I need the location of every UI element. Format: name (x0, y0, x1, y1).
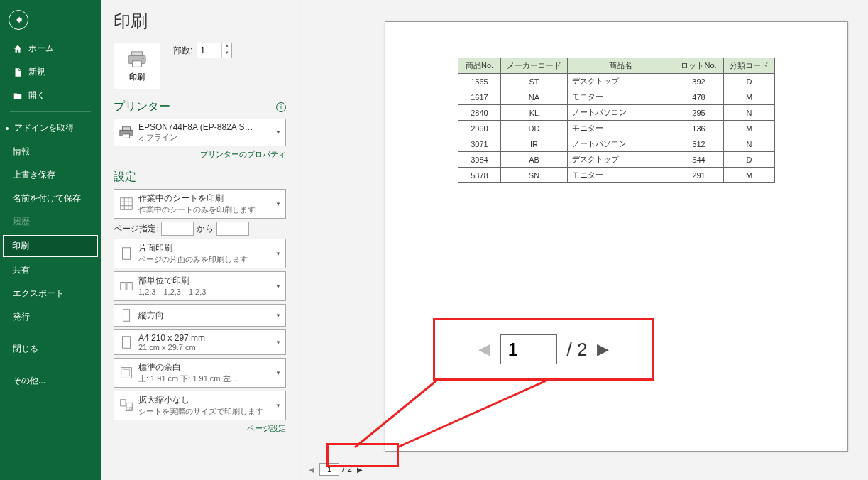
nav-label: その他... (13, 375, 45, 387)
backstage-sidebar: ホーム 新規 開く アドインを取得 情報 上書き保存 名前を付けて保存 履歴 印… (0, 0, 101, 480)
nav-new[interactable]: 新規 (0, 60, 101, 84)
chevron-down-icon: ▼ (275, 370, 281, 376)
print-what-select[interactable]: 作業中のシートを印刷 作業中のシートのみを印刷します ▼ (114, 189, 286, 219)
nav-label: 印刷 (12, 240, 29, 252)
nav-label: 新規 (28, 66, 45, 78)
table-header: ロットNo. (674, 58, 724, 74)
next-page-button[interactable]: ▶ (355, 464, 365, 474)
table-row: 2840KLノートパソコン295N (458, 105, 775, 121)
pages-from-input[interactable] (161, 222, 194, 236)
nav-share[interactable]: 共有 (0, 258, 101, 282)
svg-rect-15 (123, 310, 129, 322)
nav-label: ホーム (28, 43, 54, 55)
svg-rect-6 (123, 133, 129, 138)
home-icon (13, 44, 23, 54)
page-title: 印刷 (114, 10, 286, 33)
margins-icon (119, 365, 134, 381)
chevron-down-icon: ▼ (275, 403, 281, 409)
nav-label: 開く (28, 89, 45, 102)
nav-addins[interactable]: アドインを取得 (0, 116, 101, 140)
svg-rect-12 (123, 248, 131, 260)
collate-icon (119, 278, 134, 294)
info-icon[interactable]: i (276, 102, 286, 112)
single-side-icon (119, 246, 134, 261)
chevron-down-icon: ▼ (275, 339, 281, 346)
nav-label: エクスポート (13, 288, 64, 300)
svg-rect-14 (127, 283, 132, 290)
svg-rect-0 (132, 51, 143, 55)
printer-select[interactable]: EPSON744F8A (EP-882A S… オフライン ▼ (114, 119, 286, 146)
open-icon (13, 91, 23, 101)
pages-label: ページ指定: (114, 223, 158, 235)
preview-page: 商品No.メーカーコード商品名ロットNo.分類コード 1565STデスクトップ3… (385, 21, 848, 452)
page-total: 2 (347, 464, 352, 474)
scaling-select[interactable]: 100 拡大縮小なし シートを実際のサイズで印刷します ▼ (114, 391, 286, 420)
print-button-label: 印刷 (129, 72, 145, 82)
callout-zoom-pager: ◀ / 2 ▶ (433, 318, 654, 381)
printer-status: オフライン (138, 132, 271, 143)
chevron-down-icon: ▼ (275, 283, 281, 290)
pages-sep: から (197, 223, 214, 235)
nav-save[interactable]: 上書き保存 (0, 163, 101, 187)
nav-history: 履歴 (0, 210, 101, 234)
printer-device-icon (119, 125, 134, 141)
chevron-down-icon: ▼ (275, 251, 281, 257)
print-button[interactable]: 印刷 (114, 43, 160, 89)
collate-select[interactable]: 部単位で印刷 1,2,3 1,2,3 1,2,3 ▼ (114, 271, 286, 301)
print-preview-area: 商品No.メーカーコード商品名ロットNo.分類コード 1565STデスクトップ3… (300, 0, 868, 480)
scaling-icon: 100 (119, 398, 134, 413)
nav-saveas[interactable]: 名前を付けて保存 (0, 187, 101, 210)
copies-input[interactable] (197, 43, 221, 58)
table-row: 3984ABデスクトップ544D (458, 152, 775, 168)
table-row: 5378SNモニター291M (458, 168, 775, 183)
page-sep: / (342, 464, 344, 474)
table-row: 3071IRノートパソコン512N (458, 136, 775, 152)
nav-export[interactable]: エクスポート (0, 282, 101, 305)
paper-select[interactable]: A4 210 x 297 mm 21 cm x 29.7 cm ▼ (114, 329, 286, 355)
settings-heading: 設定 (114, 170, 136, 185)
printer-icon (126, 50, 148, 69)
chevron-down-icon: ▼ (275, 201, 281, 207)
svg-text:100: 100 (127, 406, 133, 410)
chevron-down-icon: ▼ (275, 312, 281, 319)
nav-label: 上書き保存 (13, 169, 55, 181)
nav-label: 発行 (13, 311, 30, 323)
nav-more[interactable]: その他... (0, 369, 101, 393)
pages-to-input[interactable] (216, 222, 249, 236)
page-current-input[interactable] (319, 463, 339, 476)
sheet-icon (119, 196, 134, 212)
sides-select[interactable]: 片面印刷 ページの片面のみを印刷します ▼ (114, 239, 286, 268)
nav-close[interactable]: 閉じる (0, 337, 101, 361)
nav-publish[interactable]: 発行 (0, 305, 101, 329)
spinner-up-icon[interactable]: ▲ (222, 43, 231, 50)
printer-name: EPSON744F8A (EP-882A S… (138, 122, 271, 132)
preview-table: 商品No.メーカーコード商品名ロットNo.分類コード 1565STデスクトップ3… (458, 58, 775, 183)
table-header: メーカーコード (501, 58, 568, 74)
svg-point-3 (142, 58, 143, 59)
callout-prev-icon: ◀ (478, 340, 490, 359)
table-header: 分類コード (724, 58, 775, 74)
spinner-down-icon[interactable]: ▼ (222, 50, 231, 58)
nav-home[interactable]: ホーム (0, 37, 101, 60)
table-row: 1617NAモニター478M (458, 89, 775, 105)
paper-icon (119, 334, 134, 350)
back-button[interactable] (9, 10, 28, 30)
prev-page-button[interactable]: ◀ (307, 464, 317, 474)
svg-rect-5 (123, 126, 131, 130)
svg-rect-7 (121, 198, 133, 210)
nav-open[interactable]: 開く (0, 84, 101, 107)
callout-sep: / 2 (567, 339, 588, 361)
table-row: 1565STデスクトップ392D (458, 74, 775, 89)
nav-label: 情報 (13, 146, 30, 158)
table-row: 2990DDモニター136M (458, 121, 775, 136)
svg-rect-19 (121, 400, 126, 406)
printer-properties-link[interactable]: プリンターのプロパティ (114, 149, 286, 160)
page-setup-link[interactable]: ページ設定 (114, 423, 286, 434)
new-icon (13, 67, 23, 77)
orientation-select[interactable]: 縦方向 ▼ (114, 304, 286, 327)
margins-select[interactable]: 標準の余白 上: 1.91 cm 下: 1.91 cm 左… ▼ (114, 358, 286, 388)
nav-info[interactable]: 情報 (0, 140, 101, 163)
nav-print[interactable]: 印刷 (3, 235, 98, 257)
copies-spinner[interactable]: ▲▼ (197, 43, 232, 58)
portrait-icon (119, 307, 134, 323)
